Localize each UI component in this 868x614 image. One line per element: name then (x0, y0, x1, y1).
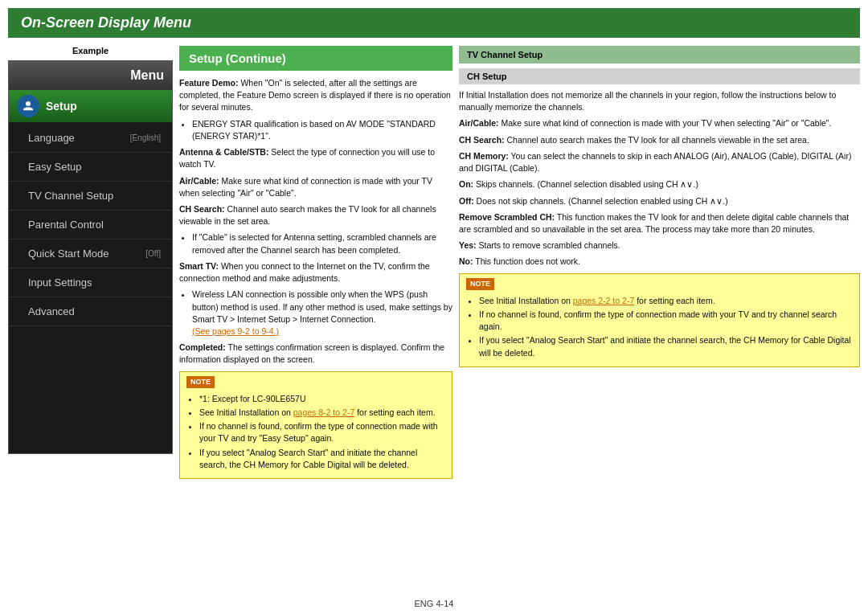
right-panel: TV Channel Setup CH Setup If Initial Ins… (459, 46, 860, 592)
right-on-label: On: (459, 179, 473, 189)
menu-item-label: Input Settings (28, 276, 92, 289)
menu-item-label: Quick Start Mode (28, 248, 108, 260)
right-no: No: This function does not work. (459, 256, 860, 268)
wireless-text: Wireless LAN connection is possible only… (192, 289, 452, 323)
note-bullet3: If no channel is found, confirm the type… (199, 420, 445, 444)
feature-demo-para: Feature Demo: When "On" is selected, aft… (179, 77, 452, 114)
menu-item-label: Parental Control (28, 219, 104, 231)
note-label-right: NOTE (466, 278, 494, 290)
menu-setup-row: Setup (9, 90, 172, 122)
menu-item: Language[English] (9, 124, 172, 153)
menu-title: Menu (130, 68, 164, 83)
page-header: On-Screen Display Menu (8, 8, 860, 38)
smart-tv-para: Smart TV: When you connect to the Intern… (179, 260, 452, 284)
note-list-right: See Initial Installation on pages 2-2 to… (479, 295, 853, 359)
right-on: On: Skips channels. (Channel selection d… (459, 178, 860, 190)
note-bullet1: *1: Except for LC-90LE657U (199, 393, 445, 405)
right-note-bullet1: See Initial Installation on pages 2-2 to… (479, 295, 853, 307)
setup-icon (17, 95, 39, 117)
menu-item: Easy Setup (9, 153, 172, 182)
note-link[interactable]: pages 8-2 to 2-7 (293, 407, 354, 417)
menu-item-label: Easy Setup (28, 161, 82, 173)
menu-item: TV Channel Setup (9, 182, 172, 211)
menu-item-label: Language (28, 132, 75, 144)
feature-demo-label: Feature Demo: (179, 78, 239, 88)
right-note-link[interactable]: pages 2-2 to 2-7 (573, 296, 634, 305)
menu-item-value: [Off] (145, 249, 161, 258)
menu-item-label: TV Channel Setup (28, 190, 113, 202)
ch-search-para: CH Search: Channel auto search makes the… (179, 203, 452, 227)
right-air-cable-label: Air/Cable: (459, 118, 499, 128)
main-content: Example Menu Setup Language[English]Easy… (8, 46, 860, 592)
note-list-middle: *1: Except for LC-90LE657U See Initial I… (199, 393, 445, 471)
energy-star-bullet: ENERGY STAR qualification is based on AV… (192, 118, 452, 142)
right-ch-search-label: CH Search: (459, 135, 505, 145)
antenna-label: Antenna & Cable/STB: (179, 147, 268, 157)
right-off-symbol: ∧∨ (710, 196, 723, 206)
note-bullet2: See Initial Installation on pages 8-2 to… (199, 407, 445, 419)
right-air-cable-text: Make sure what kind of connection is mad… (502, 118, 832, 128)
ch-search-bullets: If "Cable" is selected for Antenna setti… (192, 231, 452, 256)
right-ch-search-text: Channel auto search makes the TV look fo… (507, 135, 809, 145)
svg-point-0 (26, 101, 31, 106)
right-ch-memory-label: CH Memory: (459, 151, 509, 161)
menu-item: Parental Control (9, 211, 172, 239)
note-box-right: NOTE See Initial Installation on pages 2… (459, 273, 860, 367)
wireless-bullet: Wireless LAN connection is possible only… (192, 289, 452, 338)
right-remove: Remove Scrambled CH: This function makes… (459, 211, 860, 235)
see-pages-link[interactable]: (See pages 9-2 to 9-4.) (192, 326, 279, 336)
right-remove-label: Remove Scrambled CH: (459, 212, 555, 222)
menu-setup-label: Setup (46, 100, 77, 113)
right-air-cable: Air/Cable: Make sure what kind of connec… (459, 117, 860, 129)
tv-channel-setup-title: TV Channel Setup (467, 50, 542, 59)
menu-item-value: [English] (130, 133, 161, 142)
footer-text: ENG 4-14 (415, 599, 454, 608)
right-intro: If Initial Installation does not memoriz… (459, 89, 860, 113)
right-off: Off: Does not skip channels. (Channel se… (459, 195, 860, 207)
right-yes-label: Yes: (459, 240, 477, 250)
ch-setup-subheader: CH Setup (459, 68, 860, 84)
middle-panel: Setup (Continue) Feature Demo: When "On"… (179, 46, 452, 592)
completed-label: Completed: (179, 342, 226, 352)
note-label-middle: NOTE (186, 376, 215, 388)
smart-tv-label: Smart TV: (179, 261, 219, 271)
right-yes: Yes: Starts to remove scrambled channels… (459, 239, 860, 252)
example-label: Example (8, 46, 173, 55)
right-on-symbol: ∧∨ (680, 179, 693, 189)
right-note-bullet2: If no channel is found, confirm the type… (479, 309, 853, 333)
menu-item: Input Settings (9, 268, 172, 297)
air-cable-label: Air/Cable: (179, 176, 219, 186)
right-off-text: Does not skip channels. (Channel selecti… (477, 196, 708, 206)
menu-mockup: Menu Setup Language[English]Easy SetupTV… (8, 60, 173, 454)
setup-continue-header: Setup (Continue) (179, 46, 452, 71)
right-on-text: Skips channels. (Channel selection disab… (476, 179, 678, 189)
note-bullet4: If you select "Analog Search Start" and … (199, 447, 445, 471)
note-box-middle: NOTE *1: Except for LC-90LE657U See Init… (179, 371, 452, 479)
left-panel: Example Menu Setup Language[English]Easy… (8, 46, 173, 592)
page-title: On-Screen Display Menu (21, 14, 847, 31)
right-yes-text: Starts to remove scrambled channels. (479, 240, 620, 250)
cable-bullet: If "Cable" is selected for Antenna setti… (192, 231, 452, 256)
ch-search-label: CH Search: (179, 204, 225, 214)
menu-item-label: Advanced (28, 305, 75, 317)
menu-item: Advanced (9, 297, 172, 326)
right-ch-search: CH Search: Channel auto search makes the… (459, 134, 860, 146)
menu-items-container: Language[English]Easy SetupTV Channel Se… (9, 124, 172, 326)
setup-continue-title: Setup (Continue) (189, 51, 286, 65)
air-cable-para: Air/Cable: Make sure what kind of connec… (179, 175, 452, 199)
feature-demo-bullets: ENERGY STAR qualification is based on AV… (192, 118, 452, 142)
right-off-label: Off: (459, 196, 474, 206)
right-no-label: No: (459, 256, 473, 266)
right-no-text: This function does not work. (475, 256, 580, 266)
menu-top-bar: Menu (9, 61, 172, 90)
menu-item: Quick Start Mode[Off] (9, 239, 172, 268)
right-ch-memory-text: You can select the channels to skip in e… (459, 151, 851, 173)
antenna-para: Antenna & Cable/STB: Select the type of … (179, 146, 452, 170)
middle-content: Feature Demo: When "On" is selected, aft… (179, 77, 452, 479)
tv-channel-setup-header: TV Channel Setup (459, 46, 860, 63)
completed-para: Completed: The settings confirmation scr… (179, 342, 452, 366)
footer: ENG 4-14 (0, 599, 868, 608)
smart-tv-bullets: Wireless LAN connection is possible only… (192, 289, 452, 338)
right-content: If Initial Installation does not memoriz… (459, 89, 860, 367)
right-ch-memory: CH Memory: You can select the channels t… (459, 150, 860, 174)
